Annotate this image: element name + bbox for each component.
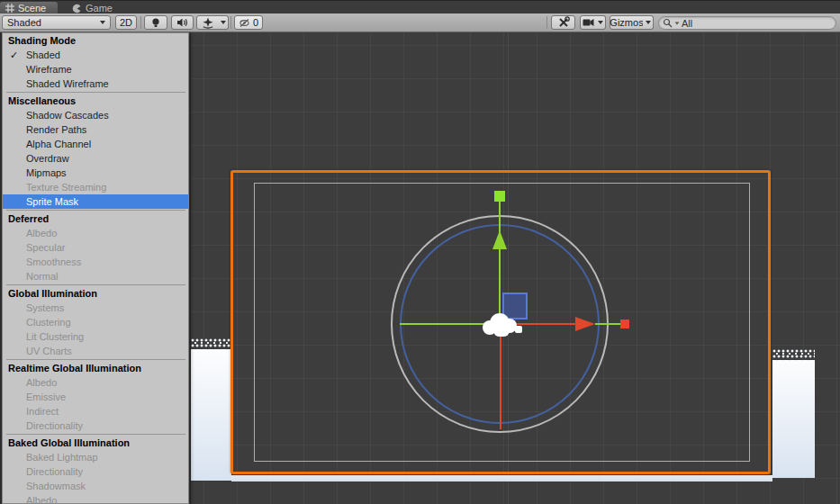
shading-mode-menu: Shading Mode✓ShadedWireframeShaded Wiref… xyxy=(2,32,189,504)
menu-item-baked-lightmap: Baked Lightmap xyxy=(3,450,188,464)
cloud-sprite[interactable] xyxy=(481,310,524,338)
camera-dropdown-caret[interactable] xyxy=(595,15,606,30)
gizmos-button[interactable]: Gizmos xyxy=(610,15,644,30)
scene-visibility-button[interactable]: 0 xyxy=(234,15,263,30)
menu-item-clustering: Clustering xyxy=(3,315,188,329)
effects-star-icon xyxy=(202,17,214,29)
menu-item-directionality: Directionality xyxy=(3,464,188,479)
y-axis-handle[interactable] xyxy=(494,191,505,202)
component-tools-button[interactable] xyxy=(551,15,575,30)
toolbar-separator xyxy=(546,16,547,29)
hidden-count: 0 xyxy=(253,17,258,28)
menu-separator xyxy=(3,358,188,361)
menu-item-systems: Systems xyxy=(3,301,188,315)
lightbulb-icon xyxy=(150,17,161,29)
game-view-icon xyxy=(72,4,82,14)
unity-scene-view-window: Scene Game Shaded 2D xyxy=(0,0,840,504)
menu-item-indirect: Indirect xyxy=(3,404,188,418)
menu-section-header-shading-mode: Shading Mode xyxy=(3,33,188,48)
menu-item-shadowmask: Shadowmask xyxy=(3,479,188,493)
menu-item-mipmaps[interactable]: Mipmaps xyxy=(3,166,188,180)
menu-item-alpha-channel[interactable]: Alpha Channel xyxy=(3,137,188,151)
x-axis-handle[interactable] xyxy=(620,320,629,328)
camera-icon xyxy=(583,18,594,27)
menu-section-header-deferred: Deferred xyxy=(3,212,188,226)
menu-item-shadow-cascades[interactable]: Shadow Cascades xyxy=(3,108,188,122)
snow-sprite-right xyxy=(772,360,815,478)
grid-icon xyxy=(5,4,14,13)
gizmos-dropdown-caret[interactable] xyxy=(643,15,654,30)
y-axis-line-down xyxy=(500,324,501,429)
menu-item-specular: Specular xyxy=(3,240,188,255)
toolbar-separator xyxy=(140,16,141,29)
toolbar-separator xyxy=(230,16,231,29)
menu-separator xyxy=(3,209,188,212)
2d-label: 2D xyxy=(120,17,132,28)
search-filter-caret[interactable] xyxy=(675,22,680,24)
chevron-down-icon xyxy=(221,21,226,24)
scene-effects-button[interactable] xyxy=(196,15,219,30)
x-axis-arrow[interactable] xyxy=(575,317,595,331)
menu-section-header-realtime-global-illumination: Realtime Global Illumination xyxy=(3,361,188,375)
menu-section-header-miscellaneous: Miscellaneous xyxy=(3,94,188,108)
menu-separator xyxy=(3,284,188,286)
menu-section-header-global-illumination: Global Illumination xyxy=(3,286,188,301)
menu-item-emissive: Emissive xyxy=(3,390,188,404)
chevron-down-icon xyxy=(646,21,651,24)
shading-mode-dropdown[interactable]: Shaded xyxy=(2,15,111,30)
y-axis-line xyxy=(499,202,501,324)
menu-item-wireframe[interactable]: Wireframe xyxy=(3,62,188,76)
scene-toolbar: Shaded 2D xyxy=(0,14,840,32)
scene-viewport[interactable] xyxy=(190,32,840,504)
menu-item-sprite-mask[interactable]: Sprite Mask xyxy=(3,194,188,209)
menu-item-normal: Normal xyxy=(3,269,188,284)
gizmos-label: Gizmos xyxy=(610,17,643,28)
menu-item-albedo: Albedo xyxy=(3,226,188,240)
effects-dropdown-caret[interactable] xyxy=(218,15,229,30)
wrench-icon xyxy=(557,16,570,29)
x-axis-line-right xyxy=(595,323,620,325)
chevron-down-icon xyxy=(100,21,105,24)
eye-crossed-icon xyxy=(239,18,250,28)
menu-item-texture-streaming: Texture Streaming xyxy=(3,180,188,194)
tab-bar: Scene Game xyxy=(0,0,840,14)
search-input[interactable] xyxy=(682,18,830,29)
tab-scene-label: Scene xyxy=(18,3,46,14)
speaker-icon xyxy=(176,17,188,28)
snow-sprite-left xyxy=(191,349,231,481)
menu-item-overdraw[interactable]: Overdraw xyxy=(3,151,188,166)
menu-separator xyxy=(3,433,188,436)
scene-search-field[interactable] xyxy=(658,16,836,30)
menu-item-directionality: Directionality xyxy=(3,418,188,433)
search-icon xyxy=(663,18,673,28)
snow-sprite-bottom xyxy=(231,475,772,482)
menu-item-smoothness: Smoothness xyxy=(3,255,188,269)
y-axis-arrow[interactable] xyxy=(492,230,507,249)
2d-toggle-button[interactable]: 2D xyxy=(115,15,137,30)
checkmark-icon: ✓ xyxy=(10,48,18,62)
tab-scene[interactable]: Scene xyxy=(0,2,58,14)
menu-separator xyxy=(3,91,188,94)
scene-lighting-button[interactable] xyxy=(144,15,167,30)
menu-item-albedo: Albedo xyxy=(3,493,188,504)
shading-mode-value: Shaded xyxy=(7,17,41,28)
menu-item-albedo: Albedo xyxy=(3,375,188,390)
scene-audio-button[interactable] xyxy=(171,15,194,30)
camera-settings-button[interactable] xyxy=(580,15,596,30)
tab-game-label: Game xyxy=(86,3,113,14)
menu-item-shaded-wireframe[interactable]: Shaded Wireframe xyxy=(3,76,188,91)
menu-section-header-baked-global-illumination: Baked Global Illumination xyxy=(3,436,188,450)
menu-item-shaded[interactable]: ✓Shaded xyxy=(3,48,188,62)
menu-item-render-paths[interactable]: Render Paths xyxy=(3,122,188,137)
menu-item-lit-clustering: Lit Clustering xyxy=(3,329,188,344)
menu-item-uv-charts: UV Charts xyxy=(3,344,188,358)
chevron-down-icon xyxy=(598,21,603,24)
tab-game[interactable]: Game xyxy=(67,2,120,14)
